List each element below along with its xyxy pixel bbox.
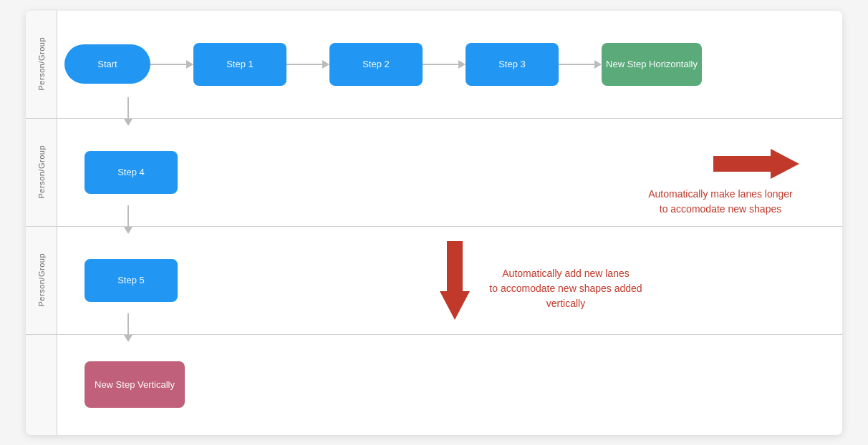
lane-content-1: Start Step 1 Step 2 — [57, 11, 842, 118]
step4-wrapper: Step 4 — [85, 151, 178, 194]
v-arrow-line — [127, 205, 129, 227]
step3-node[interactable]: Step 3 — [466, 43, 559, 86]
big-arrow-right — [713, 146, 799, 185]
arrow-line — [150, 64, 186, 65]
step4-node[interactable]: Step 4 — [85, 151, 178, 194]
v-arrow-step4-step5 — [124, 205, 132, 234]
swimlane-2: Person/Group Step 4 Automat — [26, 119, 842, 227]
v-arrow-head — [124, 227, 132, 234]
new-step-v-wrapper: New Step Vertically — [85, 361, 185, 408]
v-arrow-step1-step4 — [124, 97, 132, 126]
swimlane-4: New Step Vertically — [26, 335, 842, 435]
new-step-v-node[interactable]: New Step Vertically — [85, 361, 185, 408]
svg-marker-0 — [713, 149, 799, 179]
v-arrow-step5-newV — [124, 313, 132, 342]
v-arrow-head — [124, 119, 132, 126]
step5-wrapper: Step 5 — [85, 259, 178, 302]
v-arrow-line — [127, 313, 129, 335]
swimlane-1: Person/Group Start Step 1 — [26, 11, 842, 119]
big-arrow-right-svg — [713, 146, 799, 182]
v-arrow-line — [127, 97, 129, 119]
arrow-line — [423, 64, 458, 65]
lane-label-4 — [26, 335, 57, 435]
arrow-start-step1 — [150, 60, 193, 69]
swimlane-3: Person/Group Step 5 Automat — [26, 227, 842, 335]
arrow-line — [286, 64, 322, 65]
step5-node[interactable]: Step 5 — [85, 259, 178, 302]
arrow-step3-newH — [559, 60, 602, 69]
lane-flow-row-1: Start Step 1 Step 2 — [64, 43, 835, 86]
lane-label-3: Person/Group — [26, 227, 57, 334]
arrow-head — [458, 60, 466, 69]
arrow-step2-step3 — [423, 60, 466, 69]
arrow-line — [559, 64, 594, 65]
arrow-step1-step2 — [286, 60, 329, 69]
lane-content-2: Step 4 Automatically make lanes longerto… — [57, 119, 842, 226]
start-node[interactable]: Start — [64, 44, 150, 84]
v-arrow-head — [124, 335, 132, 342]
annotation-v-text: Automatically add new lanesto accomodate… — [466, 266, 666, 311]
arrow-head — [322, 60, 329, 69]
annotation-h-text: Automatically make lanes longerto accomo… — [627, 187, 814, 217]
diagram-container: Person/Group Start Step 1 — [26, 11, 842, 435]
lane-content-3: Step 5 Automatically add new lanesto acc… — [57, 227, 842, 334]
arrow-head — [594, 60, 602, 69]
lane-content-4: New Step Vertically — [57, 335, 842, 435]
new-step-h-node[interactable]: New Step Horizontally — [602, 43, 702, 86]
step1-node[interactable]: Step 1 — [193, 43, 286, 86]
arrow-head — [186, 60, 193, 69]
step2-node[interactable]: Step 2 — [329, 43, 423, 86]
lane-label-1: Person/Group — [26, 11, 57, 118]
lane-label-2: Person/Group — [26, 119, 57, 226]
